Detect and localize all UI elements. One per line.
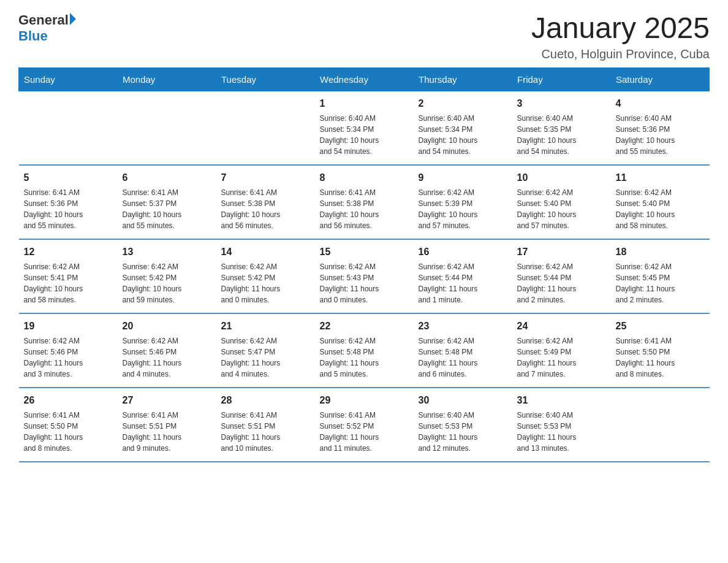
calendar-day-cell: 1Sunrise: 6:40 AM Sunset: 5:34 PM Daylig… <box>315 91 414 165</box>
calendar-day-cell <box>19 91 118 165</box>
calendar-day-cell: 31Sunrise: 6:40 AM Sunset: 5:53 PM Dayli… <box>512 388 611 462</box>
calendar-week-row: 1Sunrise: 6:40 AM Sunset: 5:34 PM Daylig… <box>19 91 710 165</box>
day-info: Sunrise: 6:42 AM Sunset: 5:44 PM Dayligh… <box>517 261 606 305</box>
day-info: Sunrise: 6:42 AM Sunset: 5:48 PM Dayligh… <box>419 335 507 380</box>
day-number: 11 <box>616 170 705 185</box>
calendar-week-row: 26Sunrise: 6:41 AM Sunset: 5:50 PM Dayli… <box>19 388 710 462</box>
day-number: 16 <box>419 245 507 259</box>
calendar-day-cell: 19Sunrise: 6:42 AM Sunset: 5:46 PM Dayli… <box>19 313 118 388</box>
logo-blue-text: Blue <box>18 28 48 44</box>
day-number: 14 <box>221 245 310 259</box>
day-info: Sunrise: 6:42 AM Sunset: 5:46 PM Dayligh… <box>24 335 113 380</box>
day-info: Sunrise: 6:40 AM Sunset: 5:53 PM Dayligh… <box>419 410 507 454</box>
day-info: Sunrise: 6:42 AM Sunset: 5:42 PM Dayligh… <box>221 261 310 305</box>
calendar-body: 1Sunrise: 6:40 AM Sunset: 5:34 PM Daylig… <box>19 91 710 462</box>
calendar-day-cell: 12Sunrise: 6:42 AM Sunset: 5:41 PM Dayli… <box>19 239 118 313</box>
day-info: Sunrise: 6:42 AM Sunset: 5:39 PM Dayligh… <box>419 187 507 231</box>
day-number: 1 <box>320 96 409 111</box>
calendar-day-cell: 17Sunrise: 6:42 AM Sunset: 5:44 PM Dayli… <box>512 239 611 313</box>
day-number: 9 <box>419 170 507 185</box>
calendar-day-cell: 6Sunrise: 6:41 AM Sunset: 5:37 PM Daylig… <box>118 165 216 239</box>
calendar-week-row: 12Sunrise: 6:42 AM Sunset: 5:41 PM Dayli… <box>19 239 710 313</box>
calendar-day-cell: 13Sunrise: 6:42 AM Sunset: 5:42 PM Dayli… <box>118 239 216 313</box>
day-info: Sunrise: 6:42 AM Sunset: 5:47 PM Dayligh… <box>221 335 310 380</box>
day-number: 28 <box>221 393 310 408</box>
day-number: 21 <box>221 319 310 334</box>
calendar-day-cell <box>611 388 710 462</box>
day-number: 31 <box>517 393 606 408</box>
day-info: Sunrise: 6:41 AM Sunset: 5:51 PM Dayligh… <box>221 410 310 454</box>
day-number: 6 <box>123 170 211 185</box>
day-info: Sunrise: 6:41 AM Sunset: 5:38 PM Dayligh… <box>221 187 310 231</box>
calendar-day-cell: 21Sunrise: 6:42 AM Sunset: 5:47 PM Dayli… <box>216 313 315 388</box>
day-info: Sunrise: 6:41 AM Sunset: 5:52 PM Dayligh… <box>320 410 409 454</box>
day-info: Sunrise: 6:40 AM Sunset: 5:53 PM Dayligh… <box>517 410 606 454</box>
day-info: Sunrise: 6:40 AM Sunset: 5:35 PM Dayligh… <box>517 113 606 157</box>
logo-arrow-icon <box>70 13 76 25</box>
calendar-day-cell: 16Sunrise: 6:42 AM Sunset: 5:44 PM Dayli… <box>414 239 512 313</box>
calendar-day-cell: 30Sunrise: 6:40 AM Sunset: 5:53 PM Dayli… <box>414 388 512 462</box>
day-number: 29 <box>320 393 409 408</box>
day-number: 22 <box>320 319 409 334</box>
calendar-header: SundayMondayTuesdayWednesdayThursdayFrid… <box>19 67 710 91</box>
calendar-day-cell: 29Sunrise: 6:41 AM Sunset: 5:52 PM Dayli… <box>315 388 414 462</box>
day-info: Sunrise: 6:40 AM Sunset: 5:34 PM Dayligh… <box>320 113 409 157</box>
day-number: 26 <box>24 393 113 408</box>
calendar-day-cell: 23Sunrise: 6:42 AM Sunset: 5:48 PM Dayli… <box>414 313 512 388</box>
calendar-week-row: 5Sunrise: 6:41 AM Sunset: 5:36 PM Daylig… <box>19 165 710 239</box>
page-subtitle: Cueto, Holguin Province, Cuba <box>531 47 710 61</box>
day-number: 12 <box>24 245 113 259</box>
calendar-day-cell: 20Sunrise: 6:42 AM Sunset: 5:46 PM Dayli… <box>118 313 216 388</box>
calendar-day-cell: 9Sunrise: 6:42 AM Sunset: 5:39 PM Daylig… <box>414 165 512 239</box>
day-number: 17 <box>517 245 606 259</box>
day-info: Sunrise: 6:42 AM Sunset: 5:40 PM Dayligh… <box>616 187 705 231</box>
day-number: 7 <box>221 170 310 185</box>
day-of-week-header: Thursday <box>414 67 512 91</box>
day-number: 3 <box>517 96 606 111</box>
calendar-day-cell: 3Sunrise: 6:40 AM Sunset: 5:35 PM Daylig… <box>512 91 611 165</box>
day-info: Sunrise: 6:42 AM Sunset: 5:42 PM Dayligh… <box>123 261 211 305</box>
calendar-day-cell <box>216 91 315 165</box>
day-number: 2 <box>419 96 507 111</box>
day-info: Sunrise: 6:42 AM Sunset: 5:40 PM Dayligh… <box>517 187 606 231</box>
calendar-day-cell: 15Sunrise: 6:42 AM Sunset: 5:43 PM Dayli… <box>315 239 414 313</box>
calendar-day-cell: 28Sunrise: 6:41 AM Sunset: 5:51 PM Dayli… <box>216 388 315 462</box>
calendar-day-cell: 25Sunrise: 6:41 AM Sunset: 5:50 PM Dayli… <box>611 313 710 388</box>
calendar-table: SundayMondayTuesdayWednesdayThursdayFrid… <box>18 67 710 462</box>
calendar-day-cell: 11Sunrise: 6:42 AM Sunset: 5:40 PM Dayli… <box>611 165 710 239</box>
day-number: 23 <box>419 319 507 334</box>
day-number: 24 <box>517 319 606 334</box>
day-number: 4 <box>616 96 705 111</box>
calendar-day-cell: 7Sunrise: 6:41 AM Sunset: 5:38 PM Daylig… <box>216 165 315 239</box>
page-header: General Blue January 2025 Cueto, Holguin… <box>18 12 710 61</box>
calendar-day-cell: 14Sunrise: 6:42 AM Sunset: 5:42 PM Dayli… <box>216 239 315 313</box>
day-number: 18 <box>616 245 705 259</box>
calendar-day-cell <box>118 91 216 165</box>
calendar-day-cell: 8Sunrise: 6:41 AM Sunset: 5:38 PM Daylig… <box>315 165 414 239</box>
day-info: Sunrise: 6:41 AM Sunset: 5:36 PM Dayligh… <box>24 187 113 231</box>
day-of-week-header: Tuesday <box>216 67 315 91</box>
day-info: Sunrise: 6:40 AM Sunset: 5:34 PM Dayligh… <box>419 113 507 157</box>
day-info: Sunrise: 6:41 AM Sunset: 5:51 PM Dayligh… <box>123 410 211 454</box>
logo-general-text: General <box>18 12 69 28</box>
calendar-day-cell: 24Sunrise: 6:42 AM Sunset: 5:49 PM Dayli… <box>512 313 611 388</box>
day-number: 30 <box>419 393 507 408</box>
day-info: Sunrise: 6:41 AM Sunset: 5:50 PM Dayligh… <box>24 410 113 454</box>
calendar-day-cell: 27Sunrise: 6:41 AM Sunset: 5:51 PM Dayli… <box>118 388 216 462</box>
day-info: Sunrise: 6:42 AM Sunset: 5:41 PM Dayligh… <box>24 261 113 305</box>
day-of-week-header: Wednesday <box>315 67 414 91</box>
day-number: 15 <box>320 245 409 259</box>
day-info: Sunrise: 6:42 AM Sunset: 5:45 PM Dayligh… <box>616 261 705 305</box>
calendar-day-cell: 22Sunrise: 6:42 AM Sunset: 5:48 PM Dayli… <box>315 313 414 388</box>
day-number: 13 <box>123 245 211 259</box>
day-of-week-header: Saturday <box>611 67 710 91</box>
days-of-week-row: SundayMondayTuesdayWednesdayThursdayFrid… <box>19 67 710 91</box>
calendar-day-cell: 18Sunrise: 6:42 AM Sunset: 5:45 PM Dayli… <box>611 239 710 313</box>
day-number: 8 <box>320 170 409 185</box>
day-number: 20 <box>123 319 211 334</box>
day-info: Sunrise: 6:42 AM Sunset: 5:44 PM Dayligh… <box>419 261 507 305</box>
calendar-day-cell: 10Sunrise: 6:42 AM Sunset: 5:40 PM Dayli… <box>512 165 611 239</box>
day-info: Sunrise: 6:42 AM Sunset: 5:48 PM Dayligh… <box>320 335 409 380</box>
day-info: Sunrise: 6:42 AM Sunset: 5:49 PM Dayligh… <box>517 335 606 380</box>
day-number: 10 <box>517 170 606 185</box>
